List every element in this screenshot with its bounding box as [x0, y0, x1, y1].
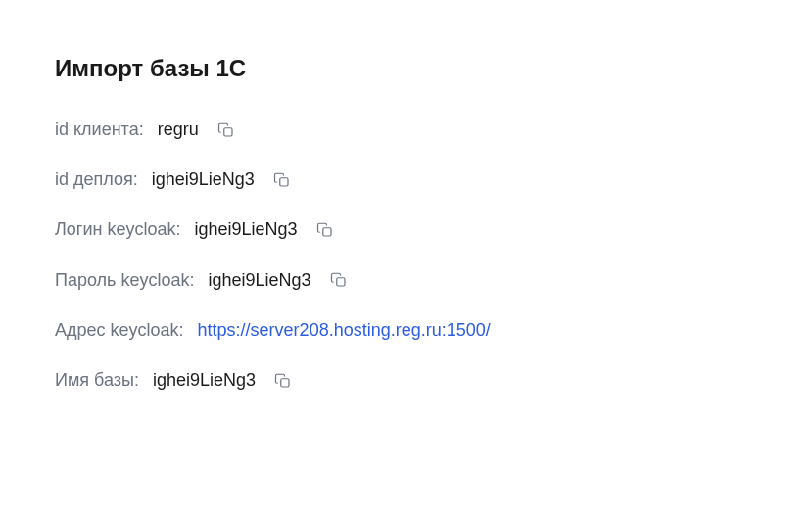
value-client-id: regru	[158, 118, 199, 142]
svg-rect-1	[280, 178, 288, 186]
copy-keycloak-password-button[interactable]	[329, 270, 349, 290]
value-deploy-id: ighei9LieNg3	[152, 167, 255, 192]
svg-rect-2	[322, 228, 330, 236]
label-db-name: Имя базы:	[55, 368, 139, 393]
row-deploy-id: id деплоя: ighei9LieNg3	[55, 167, 757, 192]
copy-keycloak-login-button[interactable]	[315, 220, 335, 240]
copy-deploy-id-button[interactable]	[272, 170, 292, 190]
svg-rect-3	[336, 278, 344, 286]
value-keycloak-login: ighei9LieNg3	[194, 217, 297, 242]
copy-db-name-button[interactable]	[273, 371, 293, 391]
value-keycloak-password: ighei9LieNg3	[209, 268, 311, 293]
copy-icon	[274, 372, 292, 390]
copy-icon	[316, 221, 334, 239]
label-deploy-id: id деплоя:	[55, 167, 138, 192]
svg-rect-0	[223, 127, 231, 135]
label-client-id: id клиента:	[55, 118, 144, 142]
label-keycloak-password: Пароль keycloak:	[55, 268, 195, 293]
copy-client-id-button[interactable]	[216, 120, 236, 140]
row-keycloak-address: Адрес keycloak: https://server208.hostin…	[55, 318, 757, 343]
row-db-name: Имя базы: ighei9LieNg3	[55, 368, 757, 393]
page-title: Импорт базы 1С	[55, 55, 757, 82]
copy-icon	[330, 271, 348, 289]
row-keycloak-password: Пароль keycloak: ighei9LieNg3	[55, 268, 757, 293]
row-keycloak-login: Логин keycloak: ighei9LieNg3	[55, 217, 757, 242]
value-db-name: ighei9LieNg3	[153, 368, 256, 393]
copy-icon	[273, 171, 291, 189]
copy-icon	[217, 121, 235, 139]
label-keycloak-login: Логин keycloak:	[55, 217, 180, 242]
svg-rect-4	[281, 378, 289, 386]
label-keycloak-address: Адрес keycloak:	[55, 318, 184, 343]
link-keycloak-address[interactable]: https://server208.hosting.reg.ru:1500/	[198, 318, 491, 343]
row-client-id: id клиента: regru	[55, 118, 757, 142]
